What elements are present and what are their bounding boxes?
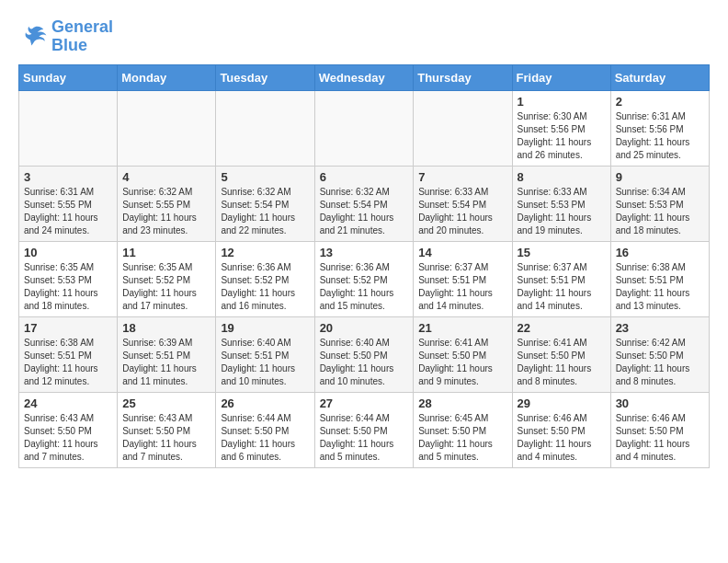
calendar-day: 10Sunrise: 6:35 AM Sunset: 5:53 PM Dayli… — [19, 241, 118, 316]
day-number: 12 — [221, 246, 309, 259]
calendar-day: 17Sunrise: 6:38 AM Sunset: 5:51 PM Dayli… — [19, 316, 118, 392]
day-info: Sunrise: 6:38 AM Sunset: 5:51 PM Dayligh… — [616, 261, 704, 313]
day-number: 10 — [24, 246, 112, 259]
day-number: 6 — [320, 170, 409, 184]
calendar-day: 11Sunrise: 6:35 AM Sunset: 5:52 PM Dayli… — [118, 241, 216, 316]
day-info: Sunrise: 6:39 AM Sunset: 5:51 PM Dayligh… — [122, 337, 210, 388]
day-number: 28 — [418, 396, 506, 410]
day-number: 20 — [320, 321, 409, 335]
day-info: Sunrise: 6:41 AM Sunset: 5:50 PM Dayligh… — [418, 337, 506, 388]
day-number: 3 — [24, 170, 112, 184]
calendar-day: 8Sunrise: 6:33 AM Sunset: 5:53 PM Daylig… — [512, 166, 610, 241]
logo-bird-icon — [18, 22, 48, 52]
day-info: Sunrise: 6:33 AM Sunset: 5:54 PM Dayligh… — [418, 186, 506, 237]
calendar-day: 26Sunrise: 6:44 AM Sunset: 5:50 PM Dayli… — [216, 392, 314, 467]
calendar-day: 7Sunrise: 6:33 AM Sunset: 5:54 PM Daylig… — [414, 166, 512, 241]
calendar-day — [314, 90, 414, 166]
day-header-thursday: Thursday — [414, 64, 512, 90]
calendar-day: 28Sunrise: 6:45 AM Sunset: 5:50 PM Dayli… — [414, 392, 512, 467]
calendar-day: 1Sunrise: 6:30 AM Sunset: 5:56 PM Daylig… — [512, 90, 610, 166]
calendar-week-row: 1Sunrise: 6:30 AM Sunset: 5:56 PM Daylig… — [19, 90, 710, 166]
calendar-day: 24Sunrise: 6:43 AM Sunset: 5:50 PM Dayli… — [19, 392, 118, 467]
day-info: Sunrise: 6:46 AM Sunset: 5:50 PM Dayligh… — [616, 412, 704, 464]
calendar-header-row: SundayMondayTuesdayWednesdayThursdayFrid… — [19, 64, 710, 90]
day-number: 1 — [518, 95, 606, 109]
day-header-saturday: Saturday — [610, 64, 709, 90]
logo-text: General Blue — [51, 18, 113, 55]
day-number: 9 — [616, 170, 704, 184]
calendar-table: SundayMondayTuesdayWednesdayThursdayFrid… — [18, 64, 710, 468]
calendar-day: 12Sunrise: 6:36 AM Sunset: 5:52 PM Dayli… — [216, 241, 314, 316]
day-number: 15 — [518, 246, 606, 259]
day-header-friday: Friday — [512, 64, 610, 90]
day-number: 7 — [418, 170, 506, 184]
day-number: 18 — [122, 321, 210, 335]
calendar-day: 19Sunrise: 6:40 AM Sunset: 5:51 PM Dayli… — [216, 316, 314, 392]
day-info: Sunrise: 6:31 AM Sunset: 5:56 PM Dayligh… — [616, 110, 704, 162]
day-number: 21 — [418, 321, 506, 335]
calendar-day: 22Sunrise: 6:41 AM Sunset: 5:50 PM Dayli… — [512, 316, 610, 392]
day-info: Sunrise: 6:36 AM Sunset: 5:52 PM Dayligh… — [221, 261, 309, 313]
calendar-day: 13Sunrise: 6:36 AM Sunset: 5:52 PM Dayli… — [314, 241, 414, 316]
day-info: Sunrise: 6:37 AM Sunset: 5:51 PM Dayligh… — [518, 261, 606, 313]
day-info: Sunrise: 6:35 AM Sunset: 5:53 PM Dayligh… — [24, 261, 112, 313]
day-info: Sunrise: 6:36 AM Sunset: 5:52 PM Dayligh… — [320, 261, 409, 313]
day-number: 24 — [24, 396, 112, 410]
day-number: 30 — [616, 396, 704, 410]
calendar-day: 30Sunrise: 6:46 AM Sunset: 5:50 PM Dayli… — [610, 392, 709, 467]
day-number: 8 — [518, 170, 606, 184]
calendar-week-row: 17Sunrise: 6:38 AM Sunset: 5:51 PM Dayli… — [19, 316, 710, 392]
day-info: Sunrise: 6:33 AM Sunset: 5:53 PM Dayligh… — [518, 186, 606, 237]
calendar-day: 20Sunrise: 6:40 AM Sunset: 5:50 PM Dayli… — [314, 316, 414, 392]
day-info: Sunrise: 6:44 AM Sunset: 5:50 PM Dayligh… — [221, 412, 309, 464]
day-header-sunday: Sunday — [19, 64, 118, 90]
day-info: Sunrise: 6:32 AM Sunset: 5:54 PM Dayligh… — [320, 186, 409, 237]
day-header-tuesday: Tuesday — [216, 64, 314, 90]
calendar-day: 25Sunrise: 6:43 AM Sunset: 5:50 PM Dayli… — [118, 392, 216, 467]
day-number: 16 — [616, 246, 704, 259]
calendar-week-row: 3Sunrise: 6:31 AM Sunset: 5:55 PM Daylig… — [19, 166, 710, 241]
day-info: Sunrise: 6:44 AM Sunset: 5:50 PM Dayligh… — [320, 412, 409, 464]
day-info: Sunrise: 6:30 AM Sunset: 5:56 PM Dayligh… — [518, 110, 606, 162]
day-number: 27 — [320, 396, 409, 410]
day-info: Sunrise: 6:32 AM Sunset: 5:55 PM Dayligh… — [122, 186, 210, 237]
page-header: General Blue — [18, 18, 710, 55]
day-number: 2 — [616, 95, 704, 109]
calendar-day: 21Sunrise: 6:41 AM Sunset: 5:50 PM Dayli… — [414, 316, 512, 392]
day-number: 25 — [122, 396, 210, 410]
calendar-day: 29Sunrise: 6:46 AM Sunset: 5:50 PM Dayli… — [512, 392, 610, 467]
day-number: 14 — [418, 246, 506, 259]
day-info: Sunrise: 6:42 AM Sunset: 5:50 PM Dayligh… — [616, 337, 704, 388]
logo: General Blue — [18, 18, 113, 55]
calendar-day: 16Sunrise: 6:38 AM Sunset: 5:51 PM Dayli… — [610, 241, 709, 316]
calendar-day — [118, 90, 216, 166]
day-info: Sunrise: 6:43 AM Sunset: 5:50 PM Dayligh… — [24, 412, 112, 464]
calendar-day: 9Sunrise: 6:34 AM Sunset: 5:53 PM Daylig… — [610, 166, 709, 241]
day-number: 11 — [122, 246, 210, 259]
calendar-day: 6Sunrise: 6:32 AM Sunset: 5:54 PM Daylig… — [314, 166, 414, 241]
calendar-day: 27Sunrise: 6:44 AM Sunset: 5:50 PM Dayli… — [314, 392, 414, 467]
day-info: Sunrise: 6:40 AM Sunset: 5:51 PM Dayligh… — [221, 337, 309, 388]
day-number: 13 — [320, 246, 409, 259]
calendar-day — [216, 90, 314, 166]
day-number: 5 — [221, 170, 309, 184]
day-info: Sunrise: 6:37 AM Sunset: 5:51 PM Dayligh… — [418, 261, 506, 313]
day-info: Sunrise: 6:40 AM Sunset: 5:50 PM Dayligh… — [320, 337, 409, 388]
day-header-wednesday: Wednesday — [314, 64, 414, 90]
day-number: 23 — [616, 321, 704, 335]
day-info: Sunrise: 6:31 AM Sunset: 5:55 PM Dayligh… — [24, 186, 112, 237]
calendar-day: 4Sunrise: 6:32 AM Sunset: 5:55 PM Daylig… — [118, 166, 216, 241]
day-number: 4 — [122, 170, 210, 184]
calendar-day: 23Sunrise: 6:42 AM Sunset: 5:50 PM Dayli… — [610, 316, 709, 392]
day-info: Sunrise: 6:43 AM Sunset: 5:50 PM Dayligh… — [122, 412, 210, 464]
day-number: 22 — [518, 321, 606, 335]
day-header-monday: Monday — [118, 64, 216, 90]
calendar-day: 18Sunrise: 6:39 AM Sunset: 5:51 PM Dayli… — [118, 316, 216, 392]
calendar-day: 2Sunrise: 6:31 AM Sunset: 5:56 PM Daylig… — [610, 90, 709, 166]
day-number: 19 — [221, 321, 309, 335]
calendar-day: 15Sunrise: 6:37 AM Sunset: 5:51 PM Dayli… — [512, 241, 610, 316]
calendar-day — [414, 90, 512, 166]
day-info: Sunrise: 6:46 AM Sunset: 5:50 PM Dayligh… — [518, 412, 606, 464]
day-info: Sunrise: 6:32 AM Sunset: 5:54 PM Dayligh… — [221, 186, 309, 237]
day-info: Sunrise: 6:41 AM Sunset: 5:50 PM Dayligh… — [518, 337, 606, 388]
